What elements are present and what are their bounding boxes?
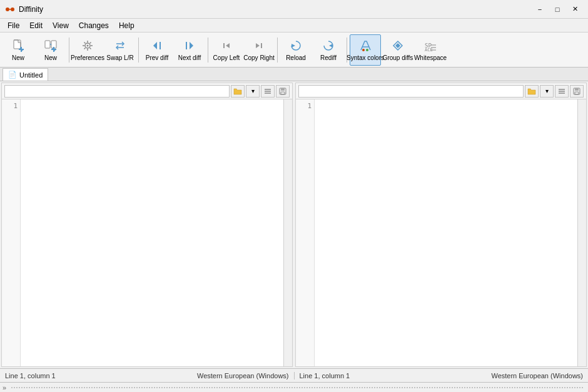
left-panel-toolbar: ▾ [2, 83, 292, 99]
preferences-icon [80, 38, 95, 53]
menu-item-help[interactable]: Help [114, 20, 139, 31]
menu-item-view[interactable]: View [48, 20, 74, 31]
whitespace-label: Whitespace [414, 54, 447, 62]
new-file-button[interactable]: New [3, 34, 34, 66]
close-button[interactable]: ✕ [567, 4, 583, 15]
tab-untitled[interactable]: 📄 Untitled [3, 68, 48, 81]
reload-label: Reload [286, 54, 306, 62]
tabs-bar: 📄 Untitled [0, 68, 588, 81]
left-status-panel: Line 1, column 1 Western European (Windo… [0, 372, 295, 379]
next-diff-button[interactable]: Next diff [174, 34, 205, 66]
group-diffs-button[interactable]: Group diffs [382, 34, 413, 66]
left-scrollbar[interactable] [283, 99, 292, 366]
separator-2 [138, 38, 139, 63]
whitespace-button[interactable]: SP ACE Whitespace [415, 34, 446, 66]
next-diff-icon [182, 38, 197, 53]
right-panel-content: 1 [296, 99, 586, 366]
svg-rect-55 [575, 92, 579, 94]
copy-right-icon [251, 38, 266, 53]
right-dropdown-button[interactable]: ▾ [540, 85, 554, 98]
preferences-label: Preferences [71, 54, 104, 62]
rediff-label: Rediff [320, 54, 337, 62]
svg-rect-54 [575, 88, 579, 91]
swap-lr-button[interactable]: Swap L/R [104, 34, 136, 66]
title-bar: Diffinity − □ ✕ [0, 0, 588, 19]
new-diff-label: New [44, 54, 57, 62]
svg-rect-8 [45, 41, 50, 48]
svg-rect-49 [281, 92, 285, 94]
separator-4 [277, 38, 278, 63]
copy-left-button[interactable]: Copy Left [211, 34, 242, 66]
left-panel: ▾ 1 [1, 83, 293, 367]
svg-rect-29 [223, 43, 225, 48]
main-area: ▾ 1 [0, 81, 588, 392]
preferences-button[interactable]: Preferences [72, 34, 103, 66]
svg-line-22 [90, 42, 91, 43]
left-panel-content: 1 [2, 99, 292, 366]
svg-marker-38 [395, 43, 400, 48]
right-panel: ▾ 1 [295, 83, 587, 367]
copy-left-icon [219, 38, 234, 53]
svg-line-23 [84, 48, 86, 49]
reload-button[interactable]: Reload [280, 34, 312, 66]
syntax-colors-label: Syntax colors [347, 54, 384, 62]
syntax-colors-button[interactable]: Syntax colors [350, 34, 381, 66]
svg-marker-30 [256, 43, 260, 48]
whitespace-icon: SP ACE [423, 38, 438, 53]
rediff-button[interactable]: Rediff [313, 34, 344, 66]
left-lines-button[interactable] [261, 85, 275, 98]
copy-right-label: Copy Right [243, 54, 274, 62]
menu-item-changes[interactable]: Changes [74, 20, 114, 31]
right-editor[interactable] [315, 99, 577, 366]
reload-icon [288, 38, 303, 53]
copy-left-label: Copy Left [213, 54, 240, 62]
right-lines-button[interactable] [555, 85, 569, 98]
right-browse-button[interactable] [525, 85, 539, 98]
right-save-button[interactable] [570, 85, 584, 98]
minimize-button[interactable]: − [532, 4, 548, 15]
new-diff-icon [43, 38, 58, 53]
new-diff-button[interactable]: New [35, 34, 66, 66]
syntax-colors-icon [358, 38, 373, 53]
title-bar-left: Diffinity [5, 4, 43, 14]
left-path-input[interactable] [4, 85, 230, 98]
copy-right-button[interactable]: Copy Right [243, 34, 275, 66]
save-icon [278, 87, 287, 96]
right-path-input[interactable] [298, 85, 524, 98]
right-line-numbers: 1 [296, 99, 315, 366]
menu-item-file[interactable]: File [3, 20, 24, 31]
resize-dots [11, 387, 583, 388]
menu-bar: FileEditViewChangesHelp [0, 19, 588, 33]
menu-item-edit[interactable]: Edit [24, 20, 48, 31]
lines-icon [263, 87, 272, 96]
resize-bar[interactable]: » [0, 382, 588, 392]
app-icon [5, 4, 15, 14]
svg-point-36 [366, 49, 368, 51]
lines-icon [557, 87, 566, 96]
status-bar: Line 1, column 1 Western European (Windo… [0, 368, 588, 382]
tab-doc-icon: 📄 [8, 71, 17, 79]
svg-line-20 [84, 42, 86, 43]
svg-line-21 [90, 48, 91, 49]
right-scrollbar[interactable] [577, 99, 586, 366]
maximize-button[interactable]: □ [549, 4, 565, 15]
prev-diff-icon [150, 38, 165, 53]
svg-rect-27 [186, 42, 187, 49]
left-browse-button[interactable] [231, 85, 245, 98]
group-diffs-label: Group diffs [383, 54, 413, 62]
left-save-button[interactable] [276, 85, 290, 98]
rediff-icon [321, 38, 336, 53]
resize-arrow: » [3, 384, 6, 391]
svg-rect-31 [261, 43, 262, 48]
prev-diff-label: Prev diff [146, 54, 169, 62]
svg-marker-28 [226, 43, 230, 48]
svg-marker-33 [329, 44, 333, 48]
left-dropdown-button[interactable]: ▾ [246, 85, 260, 98]
save-icon [572, 87, 581, 96]
diff-panels: ▾ 1 [0, 81, 588, 368]
swap-lr-label: Swap L/R [106, 54, 133, 62]
left-editor[interactable] [21, 99, 283, 366]
prev-diff-button[interactable]: Prev diff [141, 34, 173, 66]
swap-lr-icon [113, 38, 128, 53]
next-diff-label: Next diff [178, 54, 201, 62]
